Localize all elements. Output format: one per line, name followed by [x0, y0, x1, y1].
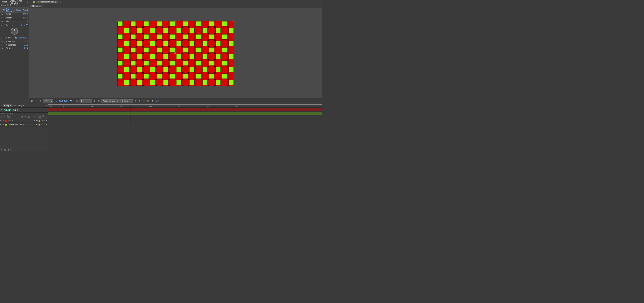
texture-circle-icon: ◯ [4, 47, 6, 49]
pixel-aspect-btn[interactable]: ▤ [97, 99, 100, 103]
current-time[interactable]: 0:00:03:06 [1, 109, 16, 112]
dial-tick [14, 29, 14, 31]
zoom-select[interactable]: 100% 50% 200% [43, 99, 54, 103]
layer2-lock[interactable]: 🔒 [38, 124, 40, 126]
compare-btn[interactable]: ⊟ [138, 99, 141, 103]
track-2[interactable] [48, 112, 322, 115]
width-expand[interactable]: ▶ [2, 14, 4, 15]
handle-bottom-mid[interactable] [175, 85, 176, 86]
snapshot-btn[interactable]: ⊡ [134, 99, 137, 103]
handle-mid-right[interactable] [233, 53, 234, 54]
playhead[interactable] [131, 104, 131, 123]
grid-btn[interactable]: ⊞ [38, 99, 42, 103]
col-parent: Parent & Link [38, 115, 47, 119]
handle-bottom-left[interactable] [117, 85, 118, 86]
shadowing-expand[interactable]: ▶ [2, 44, 4, 46]
about-link[interactable]: About [23, 9, 28, 11]
comp-close-icon[interactable]: × [30, 1, 32, 3]
reset-exposure-btn[interactable]: ↺ [150, 99, 154, 103]
overlaps-expand[interactable]: ▶ [2, 20, 4, 22]
preview-icon[interactable]: ⊳ [1, 149, 2, 151]
timecode-display[interactable]: 0:00:03:06 [56, 100, 68, 102]
keyframe-btn[interactable]: ◆ [8, 149, 9, 151]
direction-dial[interactable] [11, 28, 18, 35]
handle-mid-left[interactable] [117, 53, 118, 54]
region-of-interest-btn[interactable]: ▣ [30, 99, 34, 103]
direction-value[interactable]: 0x+0.0° [21, 24, 28, 26]
layer2-name: Lime Green Solid 1 [8, 123, 35, 126]
center-expand[interactable]: ▶ [2, 37, 4, 39]
view-select[interactable]: 1 View 2 Views 4 Views [120, 99, 133, 103]
divider-2 [74, 100, 74, 103]
layer-row-1[interactable]: ▶ 1 Red Solid 1 ⊡ FX 👁 🔒 None ▼ [0, 119, 48, 123]
width-value[interactable]: 100.0 [23, 13, 28, 15]
handle-top-mid[interactable] [175, 21, 176, 22]
crosshair-icon[interactable]: ⊕ [14, 37, 17, 39]
layer1-solo[interactable]: ⊡ [31, 120, 32, 122]
handle-top-right[interactable] [233, 21, 234, 22]
fx-expand-arrow[interactable]: ▼ [1, 9, 2, 11]
direction-expand[interactable]: ▼ [1, 24, 3, 26]
height-expand[interactable]: ▶ [2, 17, 4, 19]
comp-tab-active[interactable]: Composition Comp 1 [36, 1, 58, 3]
effect-header: ▼ FX CC Threads Reset About [0, 7, 29, 13]
nav-right[interactable]: ▷ [6, 149, 7, 151]
precomp-tab[interactable]: Pre-comp 1 [14, 105, 24, 107]
timeline-close[interactable]: × [1, 105, 2, 107]
center-value[interactable]: 716.0,360.0 [18, 37, 28, 39]
overlaps-value[interactable]: 1 [27, 20, 28, 22]
graph-editor-btn[interactable]: ⌇ [10, 149, 11, 151]
transparency-btn[interactable]: ▪ [34, 99, 38, 103]
search-icon[interactable]: 🔍 [16, 109, 19, 111]
comp1-tab[interactable]: Comp 1 [3, 104, 12, 107]
layer2-eye[interactable]: 👁 [36, 123, 38, 126]
camera-select[interactable]: Active Camera [101, 99, 120, 103]
layer2-parent-label: None [41, 124, 45, 126]
fast-preview-btn[interactable]: ◉ [75, 99, 79, 103]
fps-display: 00001 (25.00 fps) [0, 113, 48, 115]
layer1-fx[interactable]: FX [33, 120, 35, 122]
effect-controls-menu[interactable]: ≡ [27, 1, 28, 3]
coverage-expand[interactable]: ▶ [2, 41, 4, 43]
texture-expand[interactable]: ▶ [2, 48, 4, 49]
layer1-parent-expand[interactable]: ▼ [46, 120, 48, 122]
texture-value[interactable]: 21.4 [24, 47, 28, 49]
layer2-expand[interactable]: ▶ [0, 124, 2, 125]
camera-icon[interactable]: 📷 [69, 99, 73, 103]
layer-row-2[interactable]: ▶ 2 Lime Green Solid 1 👁 🔒 None ▼ [0, 123, 48, 127]
coverage-label: Coverage [6, 40, 24, 43]
effect-controls-tab[interactable]: Effect Controls Red Solid 1 [10, 0, 26, 4]
width-circle-icon: ◯ [4, 13, 6, 15]
timeline-menu[interactable]: ≡ [46, 105, 47, 107]
track-1[interactable] [48, 108, 322, 112]
shadowing-circle-icon: ◯ [4, 44, 6, 46]
layer2-parent-expand[interactable]: ▼ [46, 124, 48, 126]
project-tab[interactable]: Project [1, 1, 7, 3]
comp-menu-icon[interactable]: ≡ [60, 1, 61, 3]
layer1-eye[interactable]: 👁 [36, 120, 38, 122]
breadcrumb: Comp 1 • Red Solid 1 [0, 4, 29, 7]
stereo-btn[interactable]: ⬡ [146, 99, 150, 103]
nav-left[interactable]: ◁ [3, 149, 4, 151]
ruler-02s: 02s [91, 105, 94, 107]
col-av: ☉ [33, 116, 37, 118]
layer-controls-btn[interactable]: ▦ [92, 99, 96, 103]
handle-bottom-right[interactable] [233, 85, 234, 86]
layer1-parent-label: None [41, 120, 45, 122]
height-circle-icon: ◯ [4, 17, 6, 19]
project-close[interactable]: × [8, 1, 9, 3]
markers-btn[interactable]: ⊟ [12, 149, 13, 151]
layer1-lock[interactable]: 🔒 [38, 120, 40, 122]
quality-select[interactable]: Full Half Quarter [80, 99, 92, 103]
3d-renderer-btn[interactable]: ⬡ [142, 99, 146, 103]
layer1-expand[interactable]: ▶ [0, 120, 2, 122]
comp-name-tab[interactable]: Comp 1 [30, 5, 42, 7]
handle-top-left[interactable] [117, 21, 118, 22]
shadowing-value[interactable]: 77.0 [24, 44, 28, 46]
reset-link[interactable]: Reset [16, 9, 21, 11]
direction-header: ▼ ◯ Direction 0x+0.0° [1, 24, 28, 27]
ruler-00s: 00s [49, 105, 52, 107]
ruler-06s: 06s [206, 105, 210, 107]
height-value[interactable]: 100.0 [23, 17, 28, 19]
coverage-value[interactable]: 37.3 [24, 40, 28, 43]
